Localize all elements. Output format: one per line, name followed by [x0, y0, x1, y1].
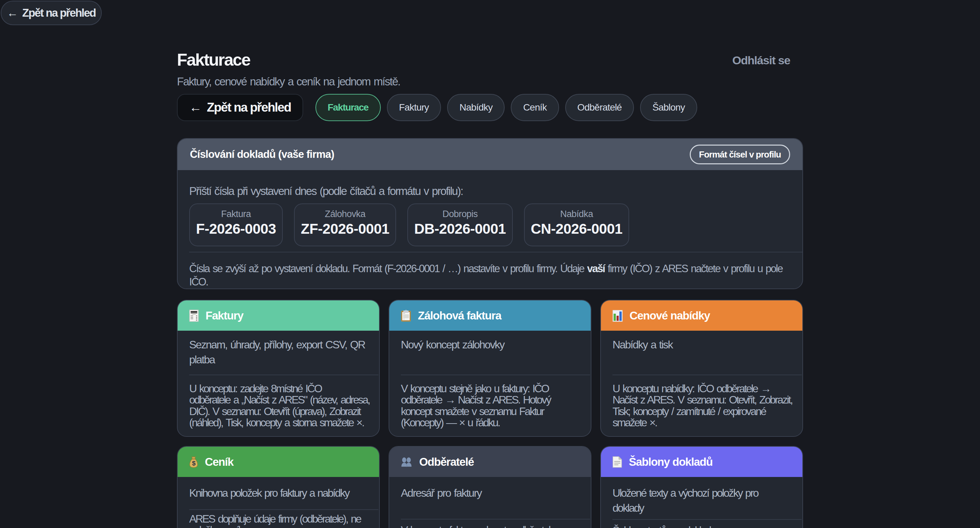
- svg-text:$: $: [192, 460, 196, 467]
